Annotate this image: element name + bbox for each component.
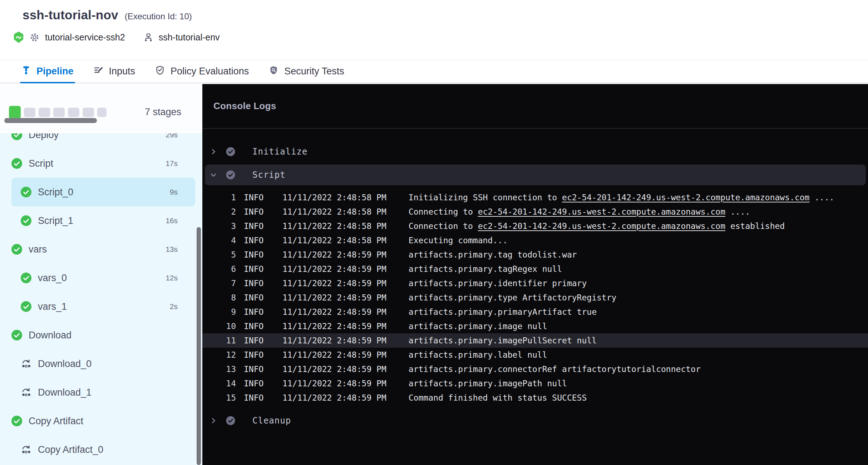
log-level: INFO: [244, 393, 265, 402]
page-title: ssh-tutorial-nov: [23, 8, 118, 22]
environment-icon: [144, 33, 153, 42]
stage-label: vars: [29, 244, 47, 255]
log-text: artifacts.primary.primaryArtifact true: [409, 307, 597, 317]
stage-duration: 12s: [166, 274, 195, 282]
service-name: tutorial-service-ssh2: [45, 32, 125, 43]
stage-progress-block[interactable]: [68, 108, 79, 117]
log-text: ....: [725, 207, 750, 216]
log-text: artifacts.primary.imagePath null: [409, 379, 567, 388]
success-check-icon: [21, 273, 31, 283]
log-timestamp: 11/11/2022 2:48:59 PM: [282, 336, 386, 345]
log-message: artifacts.primary.image null: [409, 322, 547, 331]
log-section-cleanup[interactable]: Cleanup: [202, 412, 868, 429]
log-line: 15 INFO 11/11/2022 2:48:59 PM Command fi…: [202, 391, 868, 405]
stage-list-item[interactable]: vars 13s: [11, 235, 195, 264]
stage-list-item[interactable]: Script_1 16s: [11, 206, 195, 235]
log-level: INFO: [244, 307, 265, 317]
stage-list-item[interactable]: Script_0 9s: [11, 178, 195, 206]
stage-list-item[interactable]: Copy Artifact_0: [11, 435, 195, 464]
tab-inputs[interactable]: Inputs: [94, 60, 135, 83]
tab-security-tests[interactable]: Security Tests: [269, 60, 344, 83]
log-message: Connecting to ec2-54-201-142-249.us-west…: [409, 207, 750, 216]
stage-list-item[interactable]: Script 17s: [11, 149, 195, 178]
log-timestamp: 11/11/2022 2:48:59 PM: [282, 364, 386, 374]
log-host-link[interactable]: ec2-54-201-142-249.us-west-2.compute.ama…: [478, 221, 725, 231]
log-line-number: 13: [213, 364, 236, 374]
stage-list-item[interactable]: Download_0: [11, 349, 195, 378]
log-timestamp: 11/11/2022 2:48:59 PM: [282, 350, 386, 359]
log-level: INFO: [244, 336, 265, 345]
log-line: 7 INFO 11/11/2022 2:48:59 PM artifacts.p…: [202, 276, 868, 290]
log-level: INFO: [244, 236, 265, 245]
environment-chip[interactable]: ssh-tutorial-env: [144, 32, 220, 43]
log-host-link[interactable]: ec2-54-201-142-249.us-west-2.compute.ama…: [478, 207, 725, 216]
log-message: Connection to ec2-54-201-142-249.us-west…: [409, 221, 785, 231]
chevron-down-icon[interactable]: [207, 171, 220, 179]
vertical-scrollbar[interactable]: [197, 227, 201, 465]
horizontal-scrollbar[interactable]: [4, 118, 97, 123]
tab-policy-evaluations[interactable]: Policy Evaluations: [155, 60, 249, 83]
stage-label: Download_1: [38, 387, 92, 398]
log-message: artifacts.primary.imagePullSecret null: [409, 336, 597, 345]
stage-label: Script_0: [38, 187, 73, 198]
tab-pipeline[interactable]: Pipeline: [21, 60, 74, 83]
log-line-number: 6: [213, 264, 236, 274]
log-section-initialize[interactable]: Initialize: [202, 143, 868, 160]
log-line: 4 INFO 11/11/2022 2:48:58 PM Executing c…: [202, 233, 868, 248]
section-success-icon: [225, 415, 236, 426]
stage-progress-block[interactable]: [9, 106, 21, 119]
log-level: INFO: [244, 364, 265, 374]
log-line: 3 INFO 11/11/2022 2:48:58 PM Connection …: [202, 219, 868, 233]
log-text: Connection to: [409, 221, 478, 231]
log-text: artifacts.primary.imagePullSecret null: [409, 336, 597, 345]
stage-list-item[interactable]: Copy Artifact: [11, 407, 195, 435]
chevron-right-icon[interactable]: [207, 417, 220, 425]
log-message: Command finished with status SUCCESS: [409, 393, 587, 402]
log-line-number: 2: [213, 207, 236, 216]
stage-list-item[interactable]: vars_1 2s: [11, 292, 195, 321]
log-line: 11 INFO 11/11/2022 2:48:59 PM artifacts.…: [202, 333, 868, 348]
stage-list-item[interactable]: Deploy 29s: [11, 133, 195, 149]
log-line-number: 11: [213, 336, 236, 345]
gear-icon: [30, 33, 39, 42]
log-message: Initializing SSH connection to ec2-54-20…: [409, 193, 834, 202]
stage-progress-block[interactable]: [53, 108, 65, 117]
stage-list-item[interactable]: Download: [11, 321, 195, 349]
log-message: artifacts.primary.label null: [409, 350, 547, 359]
section-label: Script: [252, 170, 286, 180]
log-message: Executing command...: [409, 236, 508, 245]
stage-progress-block[interactable]: [39, 108, 50, 117]
log-timestamp: 11/11/2022 2:48:59 PM: [282, 322, 386, 331]
stage-list-item[interactable]: Download_1: [11, 378, 195, 407]
log-line: 2 INFO 11/11/2022 2:48:58 PM Connecting …: [202, 205, 868, 219]
stage-progress-block[interactable]: [24, 108, 35, 117]
log-line: 9 INFO 11/11/2022 2:48:59 PM artifacts.p…: [202, 305, 868, 319]
chevron-right-icon[interactable]: [207, 148, 220, 156]
log-text: artifacts.primary.image null: [409, 322, 547, 331]
stage-progress-strip[interactable]: [9, 106, 107, 119]
tab-bar: Pipeline Inputs Policy Evaluations: [0, 60, 868, 83]
log-timestamp: 11/11/2022 2:48:58 PM: [282, 193, 386, 202]
log-host-link[interactable]: ec2-54-201-142-249.us-west-2.compute.ama…: [562, 193, 809, 202]
log-level: INFO: [244, 379, 265, 388]
success-check-icon: [11, 330, 22, 341]
log-timestamp: 11/11/2022 2:48:59 PM: [282, 279, 386, 288]
log-section-script[interactable]: Script: [205, 165, 866, 185]
log-timestamp: 11/11/2022 2:48:59 PM: [282, 379, 386, 388]
stage-label: Copy Artifact: [29, 416, 83, 427]
stage-list-item[interactable]: vars_0 12s: [11, 264, 195, 292]
log-level: INFO: [244, 207, 265, 216]
stage-duration: 16s: [166, 216, 195, 225]
stage-progress-block[interactable]: [97, 108, 107, 117]
section-success-icon: [225, 170, 236, 180]
console-body: Initialize Script 1 INFO 11/11/2022 2:48…: [202, 129, 868, 429]
service-status-icon: [13, 31, 24, 43]
stage-progress-block[interactable]: [83, 108, 94, 117]
stage-label: Download: [29, 330, 71, 341]
success-check-icon: [11, 244, 22, 255]
success-check-icon: [21, 301, 31, 312]
log-line: 8 INFO 11/11/2022 2:48:59 PM artifacts.p…: [202, 290, 868, 305]
meta-row: tutorial-service-ssh2 ssh-tutorial-env: [13, 31, 220, 43]
log-level: INFO: [244, 293, 265, 302]
service-chip[interactable]: tutorial-service-ssh2: [13, 31, 125, 43]
